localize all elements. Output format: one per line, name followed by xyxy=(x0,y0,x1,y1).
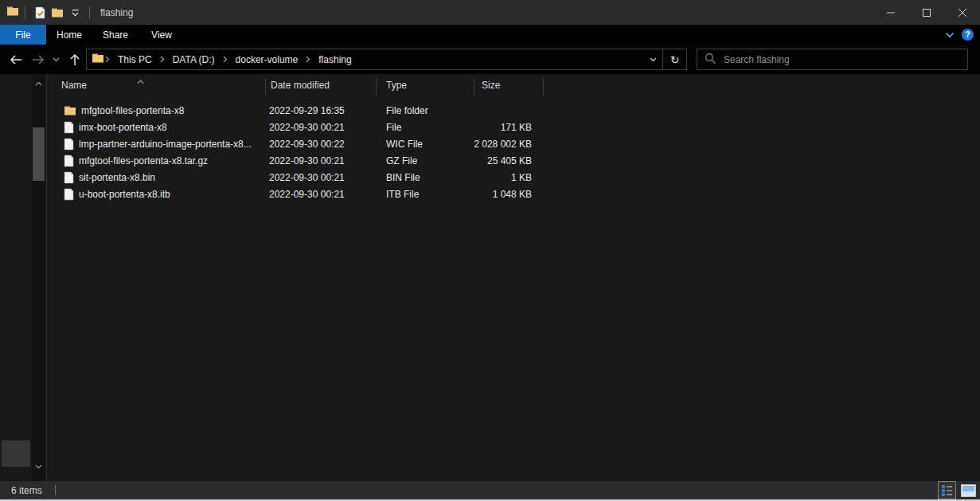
column-header-date-modified[interactable]: Date modified xyxy=(265,74,376,96)
file-date-modified: 2022-09-30 00:21 xyxy=(265,122,376,133)
navigation-pane xyxy=(0,74,32,481)
file-date-modified: 2022-09-30 00:21 xyxy=(265,189,376,200)
ribbon-tabs: FileHomeShareView xyxy=(0,25,185,45)
folder-icon xyxy=(64,104,76,117)
sort-ascending-icon xyxy=(137,75,144,86)
column-separator[interactable] xyxy=(543,78,544,96)
main-area: Name Date modified Type Size xyxy=(0,74,980,481)
breadcrumb-chevron-icon xyxy=(159,56,166,63)
breadcrumb-chevron-icon xyxy=(104,56,111,63)
file-size: 1 048 KB xyxy=(474,189,543,200)
file-name: sit-portenta-x8.bin xyxy=(79,172,155,183)
thumbnails-view-button[interactable] xyxy=(959,481,978,499)
file-type: ITB File xyxy=(376,189,474,200)
details-view-button[interactable] xyxy=(938,481,956,499)
qat-properties-button[interactable] xyxy=(31,3,49,22)
file-row[interactable]: imx-boot-portenta-x8 2022-09-30 00:21 Fi… xyxy=(47,119,980,135)
file-date-modified: 2022-09-30 00:21 xyxy=(265,172,376,183)
file-icon xyxy=(64,155,74,167)
file-row[interactable]: mfgtool-files-portenta-x8 2022-09-29 16:… xyxy=(47,102,980,119)
column-header-size[interactable]: Size xyxy=(474,74,543,96)
address-history-chevron-icon[interactable] xyxy=(644,49,662,69)
window-folder-icon xyxy=(6,5,19,20)
ribbon-tabs-row: FileHomeShareView ? xyxy=(0,25,980,45)
file-list: Name Date modified Type Size xyxy=(47,74,980,481)
column-separator[interactable] xyxy=(376,78,377,96)
expand-ribbon-chevron-icon[interactable] xyxy=(945,29,955,41)
breadcrumb-item[interactable]: flashing xyxy=(311,49,358,69)
file-list-rows: mfgtool-files-portenta-x8 2022-09-29 16:… xyxy=(47,102,980,202)
navigation-pane-item-fragment xyxy=(2,440,30,467)
breadcrumb-item[interactable]: DATA (D:) xyxy=(166,49,222,69)
file-name: u-boot-portenta-x8.itb xyxy=(79,189,170,200)
file-size: 171 KB xyxy=(474,122,543,133)
file-type: File xyxy=(376,122,474,133)
file-icon xyxy=(64,121,74,134)
scrollbar-thumb[interactable] xyxy=(33,127,45,181)
file-type: WIC File xyxy=(376,139,474,150)
breadcrumb-item[interactable]: This PC xyxy=(111,49,159,69)
file-type: File folder xyxy=(376,105,474,116)
back-button[interactable] xyxy=(5,49,27,70)
file-date-modified: 2022-09-30 00:22 xyxy=(265,139,376,150)
file-type: GZ File xyxy=(376,155,474,166)
search-icon xyxy=(705,53,716,67)
navigation-pane-scrollbar[interactable] xyxy=(32,74,45,481)
status-bar: 6 items xyxy=(0,481,980,499)
file-date-modified: 2022-09-30 00:21 xyxy=(265,155,376,166)
titlebar-separator xyxy=(25,6,25,19)
tab-file[interactable]: File xyxy=(0,25,46,45)
scrollbar-up-arrow[interactable] xyxy=(32,77,45,90)
tab-share[interactable]: Share xyxy=(92,25,139,45)
file-name: lmp-partner-arduino-image-portenta-x8... xyxy=(79,139,252,150)
address-bar[interactable]: This PC DATA (D:) docker-volume flashing xyxy=(86,49,687,70)
breadcrumb-chevron-icon xyxy=(305,56,311,63)
status-separator xyxy=(55,485,56,495)
breadcrumb: This PC DATA (D:) docker-volume flashing xyxy=(104,49,359,69)
column-separator[interactable] xyxy=(265,78,266,96)
breadcrumb-item[interactable]: docker-volume xyxy=(228,49,306,69)
column-header-name[interactable]: Name xyxy=(47,74,265,96)
window-title: flashing xyxy=(100,7,133,18)
qat-customize-chevron-icon[interactable] xyxy=(66,3,84,22)
explorer-window: flashing FileHomeShareView ? xyxy=(0,0,980,501)
refresh-button[interactable]: ↻ xyxy=(663,49,686,69)
file-name: mfgtool-files-portenta-x8 xyxy=(81,105,184,116)
file-row[interactable]: lmp-partner-arduino-image-portenta-x8...… xyxy=(47,135,980,152)
column-headers: Name Date modified Type Size xyxy=(47,74,980,96)
file-size: 25 405 KB xyxy=(474,155,543,166)
file-name: mfgtool-files-portenta-x8.tar.gz xyxy=(79,155,208,166)
titlebar: flashing xyxy=(0,0,980,25)
address-folder-icon xyxy=(92,52,104,67)
file-icon xyxy=(64,171,74,184)
file-row[interactable]: sit-portenta-x8.bin 2022-09-30 00:21 BIN… xyxy=(47,169,980,186)
file-size: 1 KB xyxy=(474,172,543,183)
titlebar-separator xyxy=(89,6,90,19)
search-placeholder: Search flashing xyxy=(724,54,790,65)
search-input[interactable]: Search flashing xyxy=(697,49,968,70)
minimize-button[interactable] xyxy=(873,0,908,25)
recent-locations-chevron-icon[interactable] xyxy=(49,49,62,70)
items-count: 6 items xyxy=(11,485,42,496)
file-date-modified: 2022-09-29 16:35 xyxy=(265,105,376,116)
breadcrumb-chevron-icon xyxy=(222,56,228,63)
file-type: BIN File xyxy=(376,172,474,183)
qat-new-folder-button[interactable] xyxy=(49,3,66,22)
file-size: 2 028 002 KB xyxy=(474,139,543,150)
file-icon xyxy=(64,138,74,151)
column-header-type[interactable]: Type xyxy=(376,74,474,96)
maximize-button[interactable] xyxy=(908,0,944,25)
navigation-bar: This PC DATA (D:) docker-volume flashing xyxy=(0,45,980,74)
forward-button[interactable] xyxy=(27,49,49,70)
column-separator[interactable] xyxy=(474,78,474,96)
help-icon[interactable]: ? xyxy=(962,29,974,41)
tab-home[interactable]: Home xyxy=(46,25,92,45)
file-row[interactable]: u-boot-portenta-x8.itb 2022-09-30 00:21 … xyxy=(47,186,980,202)
scrollbar-down-arrow[interactable] xyxy=(32,460,45,473)
file-row[interactable]: mfgtool-files-portenta-x8.tar.gz 2022-09… xyxy=(47,152,980,169)
close-button[interactable] xyxy=(944,0,980,25)
tab-view[interactable]: View xyxy=(139,25,185,45)
up-button[interactable] xyxy=(64,49,86,70)
file-icon xyxy=(64,188,74,201)
file-name: imx-boot-portenta-x8 xyxy=(79,122,167,133)
